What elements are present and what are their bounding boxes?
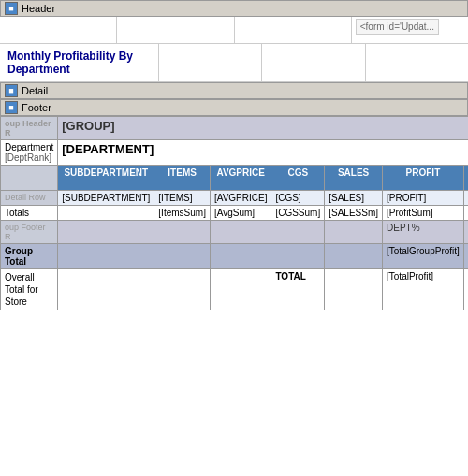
gt-empty-6 <box>463 244 468 269</box>
col-header-0 <box>1 166 58 191</box>
ot-empty-1 <box>58 269 154 310</box>
department-row: Department [DeptRank] [DEPARTMENT] <box>1 140 469 166</box>
form-cell-2 <box>117 17 234 43</box>
col-header-1: SUBDEPARTMENT <box>58 166 154 191</box>
col-header-2: ITEMS <box>154 166 211 191</box>
title-empty-1 <box>159 44 262 81</box>
group-total-row: Group Total [TotalGroupProfit] <box>1 244 469 269</box>
totals-field-2: [AvgSum] <box>210 206 271 221</box>
group-total-label: Group Total <box>1 244 58 269</box>
title-empty-3 <box>366 44 468 81</box>
form-cell-1 <box>0 17 117 43</box>
group-footer-row: oup Footer R DEPT% [DProfitPerc] <box>1 221 469 244</box>
totals-field-4: [SALESSm] <box>325 206 383 221</box>
header-collapse-icon[interactable]: ■ <box>5 2 18 15</box>
detail-row: Detail Row [SUBDEPARTMENT] [ITEMS] [AVGP… <box>1 191 469 206</box>
main-table: oup Header R [GROUP] Department [DeptRan… <box>0 116 468 310</box>
detail-field-4: [SALES] <box>325 191 383 206</box>
dept-value-cell: [DEPARTMENT] <box>58 140 468 166</box>
footer-label: Footer <box>22 102 51 113</box>
gt-empty-4 <box>271 244 325 269</box>
gf-dept-pct: DEPT% <box>383 221 464 244</box>
totals-field-3: [CGSSum] <box>271 206 325 221</box>
overall-total-label: Overall Total for Store <box>1 269 58 310</box>
detail-field-3: [CGS] <box>271 191 325 206</box>
gf-dept-profit: [DProfitPerc] <box>463 221 468 244</box>
group-header-band-label: oup Header R <box>1 117 58 140</box>
group-footer-band-label: oup Footer R <box>1 221 58 244</box>
header-section-bar: ■ Header <box>0 0 468 17</box>
column-headers-row: SUBDEPARTMENT ITEMS AVGPRICE CGS SALES P… <box>1 166 469 191</box>
gt-empty-2 <box>154 244 211 269</box>
ot-empty-5 <box>463 269 468 310</box>
group-header-row: oup Header R [GROUP] <box>1 117 469 140</box>
ot-profit-value: [TotalProfit] <box>383 269 464 310</box>
overall-total-row: Overall Total for Store TOTAL [TotalProf… <box>1 269 469 310</box>
detail-label: Detail <box>22 85 48 96</box>
ot-empty-3 <box>210 269 271 310</box>
form-cell-4: <form id='Updat... <box>352 17 468 43</box>
col-header-3: AVGPRICE <box>210 166 271 191</box>
detail-field-0: [SUBDEPARTMENT] <box>58 191 154 206</box>
detail-band-label: Detail Row <box>1 191 58 206</box>
totals-field-1: [ItemsSum] <box>154 206 211 221</box>
form-cell-3 <box>235 17 352 43</box>
form-tag-row: <form id='Updat... <box>0 17 468 44</box>
col-header-6: PROFIT <box>383 166 464 191</box>
dept-label-cell: Department [DeptRank] <box>1 140 58 166</box>
totals-row: Totals [ItemsSum] [AvgSum] [CGSSum] [SAL… <box>1 206 469 221</box>
detail-field-5: [PROFIT] <box>383 191 464 206</box>
gt-empty-5 <box>325 244 383 269</box>
gt-empty-3 <box>210 244 271 269</box>
totals-field-0 <box>58 206 154 221</box>
gf-empty-2 <box>154 221 211 244</box>
ot-total-label: TOTAL <box>271 269 325 310</box>
ot-empty-2 <box>154 269 211 310</box>
totals-label: Totals <box>1 206 58 221</box>
footer-section-bar: ■ Footer <box>0 99 468 116</box>
gf-empty-1 <box>58 221 154 244</box>
gt-empty-1 <box>58 244 154 269</box>
col-header-4: CGS <box>271 166 325 191</box>
gf-empty-5 <box>325 221 383 244</box>
col-header-5: SALES <box>325 166 383 191</box>
totals-field-6 <box>463 206 468 221</box>
detail-field-2: [AVGPRICE] <box>210 191 271 206</box>
gf-empty-4 <box>271 221 325 244</box>
group-header-value: [GROUP] <box>58 117 468 140</box>
detail-collapse-icon[interactable]: ■ <box>5 84 18 97</box>
gt-total-profit: [TotalGroupProfit] <box>383 244 464 269</box>
title-row: Monthly Profitability By Department <box>0 44 468 82</box>
gf-empty-3 <box>210 221 271 244</box>
detail-field-6: [SDProfitPerc] <box>463 191 468 206</box>
report-title: Monthly Profitability By Department <box>0 44 159 81</box>
detail-section-bar: ■ Detail <box>0 82 468 99</box>
footer-collapse-icon[interactable]: ■ <box>5 101 18 114</box>
header-label: Header <box>22 3 55 14</box>
col-header-7: PROFIT % PER DEPT <box>463 166 468 191</box>
ot-empty-4 <box>325 269 383 310</box>
form-tag-value: <form id='Updat... <box>356 19 439 35</box>
title-empty-2 <box>262 44 365 81</box>
detail-field-1: [ITEMS] <box>154 191 211 206</box>
totals-field-5: [ProfitSum] <box>383 206 464 221</box>
